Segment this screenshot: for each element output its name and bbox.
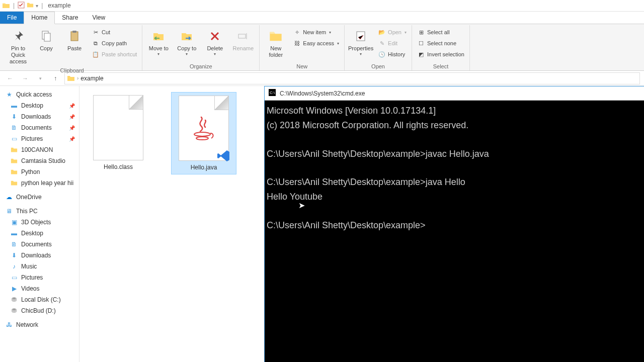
new-item-icon: ✧ [293, 28, 301, 36]
group-new: New folder ✧New item▾ ⛓Easy access▾ New [260, 25, 345, 70]
tab-home[interactable]: Home [24, 12, 55, 24]
downloads-icon: ⬇ [10, 113, 18, 121]
drive-icon: ⛃ [10, 307, 18, 315]
breadcrumb-root[interactable] [67, 74, 75, 82]
rename-button[interactable]: Rename [230, 27, 256, 53]
videos-icon: ▶ [10, 285, 18, 293]
nav-music[interactable]: ♪Music [0, 261, 79, 272]
nav-videos[interactable]: ▶Videos [0, 283, 79, 294]
invert-selection-button[interactable]: ◩Invert selection [415, 49, 466, 59]
nav-desktop[interactable]: ▬Desktop📌 [0, 100, 79, 111]
file-hello-class[interactable]: Hello.class [86, 92, 151, 173]
pictures-icon: ▭ [10, 274, 18, 282]
paste-shortcut-button[interactable]: 📋Paste shortcut [90, 49, 139, 59]
easy-access-button[interactable]: ⛓Easy access▾ [291, 38, 341, 48]
new-item-button[interactable]: ✧New item▾ [291, 27, 341, 37]
window-title: example [48, 2, 70, 9]
documents-icon: 🗎 [10, 240, 18, 248]
navigation-pane[interactable]: ★Quick access ▬Desktop📌 ⬇Downloads📌 🗎Doc… [0, 86, 79, 362]
tab-view[interactable]: View [85, 12, 112, 24]
qat-dropdown-icon[interactable]: ▾ [36, 3, 38, 9]
nav-camtasia[interactable]: Camtasia Studio [0, 155, 79, 166]
pin-icon: 📌 [69, 103, 75, 109]
nav-3d-objects[interactable]: ▣3D Objects [0, 217, 79, 228]
java-icon [191, 113, 216, 143]
cmd-window[interactable]: C:\ C:\Windows\System32\cmd.exe Microsof… [264, 86, 644, 362]
breadcrumb-folder[interactable]: example [80, 75, 103, 82]
up-button[interactable]: ↑ [49, 72, 61, 84]
svg-point-9 [196, 137, 208, 140]
qat-checkbox-icon[interactable] [18, 2, 25, 10]
cmd-icon: C:\ [269, 89, 276, 98]
nav-onedrive[interactable]: ☁OneDrive [0, 192, 79, 203]
edit-icon: ✎ [378, 39, 386, 47]
nav-chicbud-d[interactable]: ⛃ChicBud (D:) [0, 305, 79, 316]
history-button[interactable]: 🕓History [376, 49, 409, 59]
properties-icon [353, 28, 369, 44]
forward-button[interactable]: → [19, 72, 31, 84]
nav-downloads[interactable]: ⬇Downloads📌 [0, 111, 79, 122]
delete-icon [207, 28, 223, 44]
folder-icon [2, 2, 10, 10]
copy-to-button[interactable]: Copy to ▾ [174, 27, 200, 57]
delete-button[interactable]: Delete ▾ [202, 27, 228, 57]
nav-pictures2[interactable]: ▭Pictures [0, 272, 79, 283]
breadcrumb-chevron-icon[interactable]: › [77, 75, 78, 81]
documents-icon: 🗎 [10, 124, 18, 132]
cmd-output[interactable]: Microsoft Windows [Version 10.0.17134.1]… [265, 101, 644, 362]
open-button[interactable]: 📂Open▾ [376, 27, 409, 37]
copy-icon [38, 28, 54, 44]
nav-python-leap[interactable]: python leap year hii [0, 177, 79, 189]
svg-rect-5 [238, 34, 246, 38]
nav-network[interactable]: 🖧Network [0, 319, 79, 330]
nav-pictures[interactable]: ▭Pictures📌 [0, 133, 79, 144]
nav-documents[interactable]: 🗎Documents📌 [0, 122, 79, 133]
desktop-icon: ▬ [10, 229, 18, 237]
music-icon: ♪ [10, 262, 18, 270]
recent-dropdown[interactable]: ▾ [34, 72, 46, 84]
copy-to-icon [179, 28, 195, 44]
folder-icon [10, 179, 18, 187]
ribbon: Pin to Quick access Copy Paste ✂Cut ⧉Cop… [0, 24, 644, 71]
tab-file[interactable]: File [0, 12, 24, 24]
rename-icon [235, 28, 251, 44]
nav-downloads2[interactable]: ⬇Downloads [0, 250, 79, 261]
edit-button[interactable]: ✎Edit [376, 38, 409, 48]
nav-local-c[interactable]: ⛃Local Disk (C:) [0, 294, 79, 305]
properties-button[interactable]: Properties ▾ [348, 27, 374, 57]
cut-icon: ✂ [92, 28, 100, 36]
folder-icon [10, 157, 18, 165]
select-none-button[interactable]: ☐Select none [415, 38, 466, 48]
select-all-icon: ⊞ [417, 28, 425, 36]
nav-this-pc[interactable]: 🖥This PC [0, 206, 79, 217]
qat-folder-icon[interactable] [27, 2, 34, 10]
ribbon-tabs: File Home Share View [0, 12, 644, 24]
nav-documents2[interactable]: 🗎Documents [0, 239, 79, 250]
pin-icon [10, 28, 26, 44]
pin-quick-access-button[interactable]: Pin to Quick access [5, 27, 31, 66]
svg-point-8 [194, 132, 210, 136]
paste-button[interactable]: Paste [61, 27, 88, 53]
select-all-button[interactable]: ⊞Select all [415, 27, 466, 37]
file-hello-java[interactable]: Hello.java [171, 92, 236, 174]
new-folder-button[interactable]: New folder [263, 27, 289, 59]
nav-quick-access[interactable]: ★Quick access [0, 89, 79, 100]
copy-button[interactable]: Copy [33, 27, 59, 53]
history-icon: 🕓 [378, 50, 386, 58]
cut-button[interactable]: ✂Cut [90, 27, 139, 37]
pin-icon: 📌 [69, 125, 75, 131]
nav-100canon[interactable]: 100CANON [0, 144, 79, 155]
group-new-label: New [263, 62, 341, 70]
easy-access-icon: ⛓ [293, 39, 301, 47]
invert-selection-icon: ◩ [417, 50, 425, 58]
nav-desktop2[interactable]: ▬Desktop [0, 228, 79, 239]
titlebar: | ▾ | example [0, 0, 644, 12]
tab-share[interactable]: Share [55, 12, 85, 24]
move-to-button[interactable]: Move to ▾ [145, 27, 172, 57]
group-select-label: Select [415, 62, 466, 70]
nav-python[interactable]: Python [0, 166, 79, 177]
breadcrumb[interactable]: › example [64, 72, 640, 84]
cmd-titlebar[interactable]: C:\ C:\Windows\System32\cmd.exe [265, 86, 644, 101]
copy-path-button[interactable]: ⧉Copy path [90, 38, 139, 48]
back-button[interactable]: ← [4, 72, 16, 84]
